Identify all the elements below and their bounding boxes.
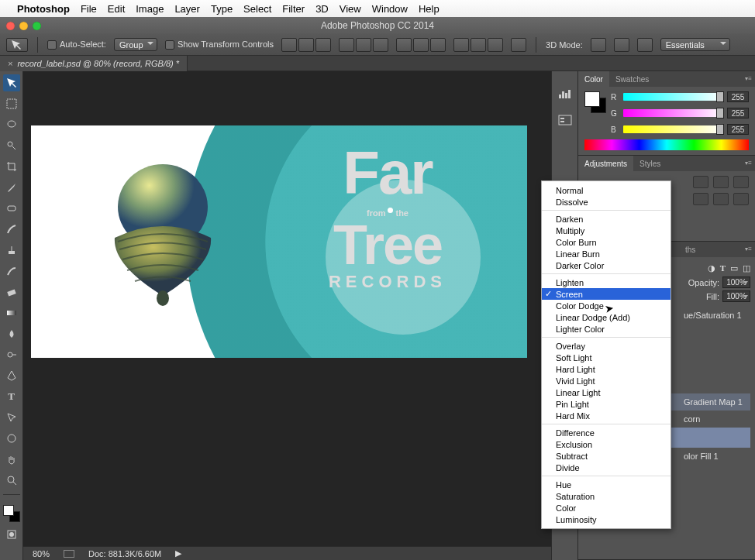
menu-image[interactable]: Image <box>136 3 164 15</box>
align-bottom-edges-icon[interactable] <box>315 38 331 52</box>
clone-stamp-tool[interactable] <box>3 242 20 259</box>
menu-help[interactable]: Help <box>419 3 440 15</box>
adj-triangle-icon[interactable] <box>713 176 729 188</box>
type-filter-icon[interactable]: T <box>720 263 726 273</box>
adj-circle-icon[interactable] <box>713 193 729 205</box>
3d-orbit-icon[interactable] <box>591 38 606 52</box>
adj-grid-icon[interactable] <box>693 193 708 205</box>
doc-size-readout[interactable]: Doc: 881.3K/6.60M <box>88 549 161 558</box>
blend-mode-linear-light[interactable]: Linear Light <box>542 387 671 398</box>
eyedropper-tool[interactable] <box>3 179 20 196</box>
close-tab-icon[interactable]: × <box>8 59 12 68</box>
histogram-panel-icon[interactable] <box>557 87 574 101</box>
blend-mode-lighter-color[interactable]: Lighter Color <box>542 323 671 335</box>
adj-square-icon[interactable] <box>733 193 749 205</box>
menu-type[interactable]: Type <box>211 3 233 15</box>
app-menu[interactable]: Photoshop <box>17 3 70 15</box>
blend-mode-hue[interactable]: Hue <box>542 479 671 490</box>
blend-mode-linear-burn[interactable]: Linear Burn <box>542 248 671 259</box>
blend-mode-soft-light[interactable]: Soft Light <box>542 352 671 363</box>
blend-mode-pin-light[interactable]: Pin Light <box>542 398 671 410</box>
blur-tool[interactable] <box>3 325 20 342</box>
blend-mode-exclusion[interactable]: Exclusion <box>542 438 671 450</box>
opacity-value[interactable]: 100% <box>722 277 750 288</box>
type-tool[interactable]: T <box>3 388 20 405</box>
blend-mode-normal[interactable]: Normal <box>542 184 671 196</box>
move-tool[interactable] <box>3 74 20 91</box>
quick-select-tool[interactable] <box>3 137 20 154</box>
panel-menu-icon[interactable]: ▾≡ <box>745 75 752 82</box>
crop-tool[interactable] <box>3 158 20 175</box>
tab-paths-partial[interactable]: ths <box>679 242 702 257</box>
menu-window[interactable]: Window <box>372 3 408 15</box>
menu-edit[interactable]: Edit <box>108 3 125 15</box>
blend-mode-multiply[interactable]: Multiply <box>542 225 671 236</box>
3d-slide-icon[interactable] <box>637 38 653 52</box>
brush-tool[interactable] <box>3 221 20 238</box>
adj-channel-mixer-icon[interactable] <box>733 176 749 188</box>
gradient-tool[interactable] <box>3 304 20 321</box>
distribute-left-icon[interactable] <box>453 38 469 52</box>
eraser-tool[interactable] <box>3 283 20 301</box>
blend-mode-color-burn[interactable]: Color Burn <box>542 236 671 248</box>
blend-mode-vivid-light[interactable]: Vivid Light <box>542 375 671 387</box>
panel-menu-icon[interactable]: ▾≡ <box>745 160 752 167</box>
hand-tool[interactable] <box>3 451 20 468</box>
marquee-tool[interactable] <box>3 95 20 112</box>
menu-filter[interactable]: Filter <box>282 3 305 15</box>
path-select-tool[interactable] <box>3 409 20 426</box>
fg-bg-swatch[interactable] <box>584 91 606 113</box>
menu-3d[interactable]: 3D <box>315 3 329 15</box>
shape-filter-icon[interactable]: ▭ <box>730 263 738 273</box>
g-value[interactable]: 255 <box>727 108 749 119</box>
blend-mode-darker-color[interactable]: Darker Color <box>542 259 671 271</box>
blend-mode-darken[interactable]: Darken <box>542 213 671 225</box>
blend-mode-saturation[interactable]: Saturation <box>542 490 671 502</box>
blend-mode-luminosity[interactable]: Luminosity <box>542 514 671 525</box>
show-transform-checkbox[interactable]: Show Transform Controls <box>165 40 274 50</box>
foreground-background-swatch[interactable] <box>3 505 20 522</box>
distribute-top-icon[interactable] <box>396 38 412 52</box>
blend-mode-difference[interactable]: Difference <box>542 427 671 438</box>
blend-mode-overlay[interactable]: Overlay <box>542 340 671 352</box>
auto-align-icon[interactable] <box>511 38 526 52</box>
align-vert-centers-icon[interactable] <box>298 38 314 52</box>
tab-styles[interactable]: Styles <box>633 156 667 171</box>
menu-layer[interactable]: Layer <box>174 3 200 15</box>
history-brush-tool[interactable] <box>3 263 20 280</box>
r-value[interactable]: 255 <box>727 91 749 102</box>
distribute-right-icon[interactable] <box>488 38 503 52</box>
tab-swatches[interactable]: Swatches <box>609 71 655 87</box>
blend-mode-divide[interactable]: Divide <box>542 462 671 473</box>
adj-brightness-icon[interactable] <box>693 176 708 188</box>
zoom-tool[interactable] <box>3 472 20 489</box>
g-slider[interactable]: G255 <box>611 108 749 119</box>
move-tool-preset-icon[interactable] <box>6 38 28 52</box>
3d-pan-icon[interactable] <box>614 38 629 52</box>
pen-tool[interactable] <box>3 367 20 384</box>
shape-tool[interactable] <box>3 430 20 447</box>
document-canvas[interactable]: Far fromthe Tree RECORDS <box>31 125 527 358</box>
layer-filter-icon[interactable]: ◑ <box>708 263 715 273</box>
blend-mode-dissolve[interactable]: Dissolve <box>542 196 671 208</box>
blend-mode-hard-light[interactable]: Hard Light <box>542 363 671 375</box>
distribute-bottom-icon[interactable] <box>430 38 446 52</box>
dodge-tool[interactable] <box>3 346 20 363</box>
b-value[interactable]: 255 <box>727 124 749 135</box>
status-disclosure-icon[interactable]: ▶ <box>175 548 181 558</box>
color-spectrum[interactable] <box>584 139 749 150</box>
tab-color[interactable]: Color <box>578 71 609 87</box>
properties-panel-icon[interactable] <box>557 113 574 127</box>
align-right-edges-icon[interactable] <box>373 38 388 52</box>
blend-mode-dropdown[interactable]: NormalDissolveDarkenMultiplyColor BurnLi… <box>541 180 671 529</box>
distribute-vert-icon[interactable] <box>413 38 429 52</box>
panel-menu-icon[interactable]: ▾≡ <box>745 246 752 253</box>
menu-file[interactable]: File <box>81 3 97 15</box>
blend-mode-screen[interactable]: Screen <box>542 288 671 300</box>
menu-select[interactable]: Select <box>243 3 271 15</box>
blend-mode-color[interactable]: Color <box>542 502 671 514</box>
blend-mode-subtract[interactable]: Subtract <box>542 450 671 462</box>
zoom-readout[interactable]: 80% <box>33 549 50 558</box>
align-left-edges-icon[interactable] <box>339 38 354 52</box>
menu-view[interactable]: View <box>340 3 361 15</box>
